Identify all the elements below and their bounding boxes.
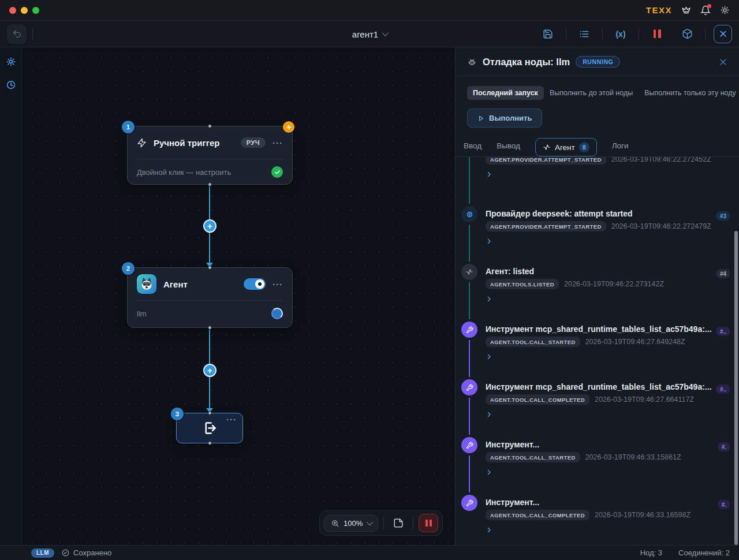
mode-last-run[interactable]: Последний запуск	[467, 86, 544, 100]
expand-event-button[interactable]	[486, 296, 712, 303]
notification-dot	[707, 4, 711, 8]
undo-button[interactable]	[7, 24, 27, 44]
zoom-level: 100%	[344, 519, 363, 528]
connections-count: Соединений: 2	[678, 548, 730, 557]
bolt-icon	[137, 138, 147, 148]
node-menu-button[interactable]: ···	[226, 415, 237, 424]
close-panel-button[interactable]	[719, 58, 727, 66]
node-manual-trigger[interactable]: 1 Ручной триггер РУЧ ··· Двойной клик — …	[127, 126, 293, 185]
bug-icon	[467, 57, 477, 67]
add-node-button-2[interactable]: +	[203, 364, 217, 377]
event-number-badge: #3	[716, 211, 730, 221]
app-window: TEXX агент1	[0, 0, 739, 560]
check-circle-icon	[61, 548, 70, 557]
event-number-badge: #..	[716, 384, 730, 394]
event-type-badge: AGENT.TOOL.CALL_COMPLETED	[486, 510, 589, 520]
workflow-canvas[interactable]: + + 1 Ручной триггер РУЧ ··· Двойной	[22, 47, 455, 545]
tab-logs[interactable]: Логи	[612, 141, 629, 150]
panel-scrollbar-thumb[interactable]	[734, 231, 738, 545]
model-badge: LLM	[31, 548, 54, 558]
output-port[interactable]	[208, 182, 212, 186]
status-bar: LLM Сохранено Нод: 3 Соединений: 2	[0, 545, 739, 560]
mode-run-until[interactable]: Выполнить до этой ноды	[550, 89, 633, 97]
event-timestamp: 2026-03-19T09:46:33.15861Z	[585, 453, 681, 461]
node-title: Ручной триггер	[154, 138, 219, 148]
minimize-window-button[interactable]	[21, 7, 28, 14]
zoom-level-dropdown[interactable]: 100%	[324, 515, 378, 532]
event-row: Инструмент mcp_shared_runtime_tables_lis…	[456, 324, 739, 360]
stop-execution-button[interactable]	[419, 514, 438, 532]
input-port[interactable]	[208, 411, 212, 415]
expand-event-button[interactable]	[486, 469, 712, 476]
node-number-badge: 3	[171, 408, 184, 420]
expand-event-button[interactable]	[486, 411, 712, 418]
output-port[interactable]	[208, 326, 212, 330]
workflow-title-dropdown[interactable]: агент1	[352, 29, 387, 39]
workflow-title: агент1	[352, 29, 378, 39]
tab-input[interactable]: Ввод	[464, 141, 482, 150]
notifications-bell-icon[interactable]	[700, 5, 711, 16]
play-icon	[477, 115, 484, 122]
event-type-badge: AGENT.PROVIDER.ATTEMPT_STARTED	[486, 157, 606, 165]
node-agent[interactable]: 2 Агент	[127, 267, 293, 328]
event-type-badge: AGENT.PROVIDER.ATTEMPT_STARTED	[486, 221, 606, 232]
wrench-icon	[461, 437, 477, 453]
pause-icon	[654, 29, 661, 38]
add-note-button[interactable]	[389, 514, 408, 532]
running-status-badge: RUNNING	[576, 56, 620, 68]
success-check-icon	[271, 166, 283, 178]
input-port[interactable]	[208, 266, 212, 270]
event-type-badge: AGENT.TOOL.CALL_COMPLETED	[486, 394, 589, 405]
close-window-button[interactable]	[9, 7, 16, 14]
event-type-badge: AGENT.TOOL.CALL_STARTED	[486, 337, 580, 347]
tab-agent[interactable]: Агент 8	[535, 138, 597, 156]
provider-chip-icon	[461, 206, 477, 222]
variables-button[interactable]: (x)	[611, 24, 630, 44]
sticky-note-icon	[393, 518, 404, 528]
add-node-button-1[interactable]: +	[203, 219, 217, 233]
event-number-badge: #.	[718, 442, 730, 451]
editor-toolbar: агент1 (x)	[0, 21, 739, 47]
debug-panel: Отладка ноды: llm RUNNING Последний запу…	[455, 47, 739, 545]
event-number-badge: #.	[718, 500, 730, 509]
list-view-button[interactable]	[574, 24, 594, 44]
settings-gear-icon[interactable]	[720, 5, 730, 15]
maximize-window-button[interactable]	[32, 7, 39, 14]
event-title: Инструмент...	[486, 440, 712, 449]
event-timestamp: 2026-03-19T09:46:27.664117Z	[595, 395, 694, 404]
wrench-icon	[461, 322, 477, 338]
pause-execution-button[interactable]	[647, 24, 667, 44]
tab-output[interactable]: Вывод	[497, 141, 520, 150]
package-button[interactable]	[677, 24, 697, 44]
running-spinner-icon	[271, 308, 283, 319]
event-number-badge: #4	[716, 269, 730, 278]
expand-event-button[interactable]	[486, 238, 712, 245]
mode-run-only[interactable]: Выполнить только эту ноду	[644, 89, 736, 97]
node-enabled-toggle[interactable]	[244, 278, 266, 290]
window-controls	[9, 7, 39, 14]
event-row: Провайдер deepseek: attempt started AGEN…	[456, 209, 739, 245]
canvas-controls: 100%	[319, 510, 443, 536]
expand-event-button[interactable]	[486, 527, 712, 533]
brand-logo: TEXX	[646, 5, 672, 15]
os-title-bar: TEXX	[0, 0, 739, 21]
expand-event-button[interactable]	[486, 171, 712, 178]
close-editor-button[interactable]	[714, 25, 732, 43]
left-sidebar	[0, 47, 22, 545]
output-port[interactable]	[208, 441, 212, 445]
node-menu-button[interactable]: ···	[273, 280, 283, 289]
expand-event-button[interactable]	[486, 353, 712, 360]
node-subtitle: llm	[137, 309, 147, 318]
node-output[interactable]: 3 ···	[176, 413, 243, 443]
run-button[interactable]: Выполнить	[467, 109, 542, 128]
crown-icon[interactable]	[681, 5, 691, 15]
node-menu-button[interactable]: ···	[273, 139, 283, 147]
save-button[interactable]	[538, 24, 558, 44]
history-clock-icon[interactable]	[6, 80, 16, 90]
event-title: Провайдер deepseek: attempt started	[486, 209, 712, 218]
event-timestamp: 2026-03-19T09:46:22.272479Z	[611, 222, 711, 230]
node-number-badge: 1	[122, 121, 135, 133]
canvas-settings-gear-icon[interactable]	[6, 57, 16, 67]
input-port[interactable]	[208, 124, 212, 128]
debug-tabs: Ввод Вывод Агент 8 Логи	[456, 135, 739, 157]
